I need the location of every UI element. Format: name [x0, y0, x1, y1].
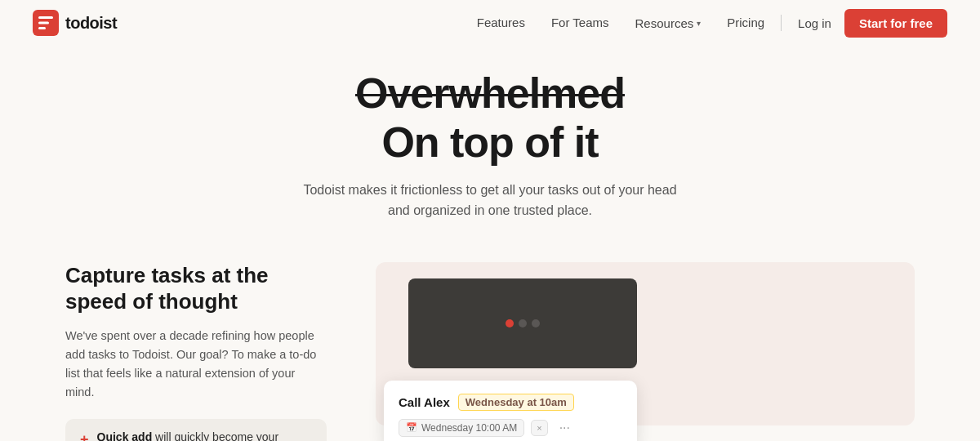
hero-section: Overwhelmed On top of it Todoist makes i… — [0, 46, 980, 238]
nav-for-teams[interactable]: For Teams — [551, 16, 609, 29]
task-time-tag: Wednesday at 10am — [458, 394, 574, 411]
dark-card-dots — [506, 319, 540, 327]
nav-resources[interactable]: Resources ▾ — [635, 16, 702, 30]
calendar-tag[interactable]: 📅 Wednesday 10:00 AM — [399, 419, 524, 437]
quick-add-text: Quick add will quickly become your — [97, 430, 279, 441]
login-link[interactable]: Log in — [798, 16, 831, 30]
features-section: Capture tasks at the speed of thought We… — [0, 238, 980, 441]
nav-divider — [781, 15, 782, 31]
features-left: Capture tasks at the speed of thought We… — [65, 262, 327, 441]
nav-pricing[interactable]: Pricing — [727, 16, 764, 29]
close-tag-button[interactable]: × — [531, 420, 547, 436]
start-free-button[interactable]: Start for free — [844, 9, 947, 38]
dot-red — [506, 319, 514, 327]
dot-dark-2 — [532, 319, 540, 327]
hero-subtitle: Todoist makes it frictionless to get all… — [16, 180, 964, 221]
logo-link[interactable]: todoist — [33, 10, 117, 36]
task-popup-bottom: 📅 Wednesday 10:00 AM × ··· — [399, 419, 622, 437]
quick-add-card: + Quick add will quickly become your — [65, 419, 327, 441]
svg-rect-1 — [38, 16, 53, 19]
nav-links: Features For Teams Resources ▾ Pricing — [477, 16, 764, 30]
logo-icon — [33, 10, 59, 36]
dark-app-card — [408, 278, 637, 368]
more-options-button[interactable]: ··· — [555, 419, 575, 437]
svg-rect-2 — [38, 22, 49, 24]
visual-container: Call Alex Wednesday at 10am 📅 Wednesday … — [376, 262, 915, 425]
navigation: todoist Features For Teams Resources ▾ P… — [0, 0, 980, 46]
hero-title-line1: Overwhelmed — [16, 70, 964, 117]
features-title: Capture tasks at the speed of thought — [65, 262, 327, 315]
calendar-icon: 📅 — [406, 422, 417, 433]
calendar-date-text: Wednesday 10:00 AM — [421, 422, 517, 434]
plus-icon: + — [80, 431, 89, 441]
nav-features[interactable]: Features — [477, 16, 525, 29]
svg-rect-3 — [38, 27, 46, 29]
features-visual: Call Alex Wednesday at 10am 📅 Wednesday … — [376, 262, 915, 425]
logo-text: todoist — [65, 14, 117, 33]
chevron-down-icon: ▾ — [697, 19, 701, 28]
task-popup: Call Alex Wednesday at 10am 📅 Wednesday … — [384, 381, 637, 441]
hero-title-line2: On top of it — [16, 117, 964, 167]
task-popup-top: Call Alex Wednesday at 10am — [399, 394, 622, 411]
task-name: Call Alex — [399, 395, 450, 409]
features-description: We've spent over a decade refining how p… — [65, 327, 327, 403]
dot-dark-1 — [519, 319, 527, 327]
